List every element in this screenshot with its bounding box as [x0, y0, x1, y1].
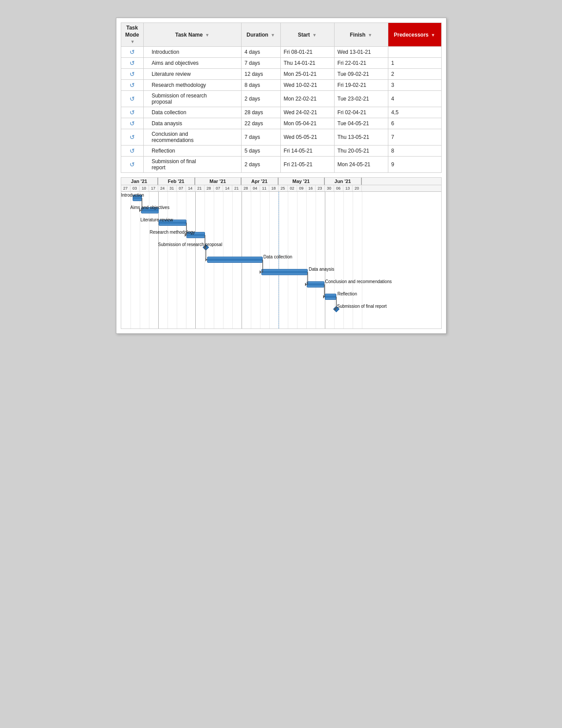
- gantt-bar: [307, 281, 324, 287]
- gantt-week-label: 14: [186, 185, 195, 191]
- task-mode-icon: ↺: [130, 109, 135, 116]
- col-pred-sort[interactable]: ▼: [431, 33, 435, 37]
- task-name-cell: Research methodology: [143, 80, 241, 91]
- task-pred-cell: 9: [388, 157, 441, 173]
- gantt-grid-line: [186, 192, 186, 329]
- task-pred-cell: 4: [388, 91, 441, 107]
- task-start-cell: Wed 10-02-21: [280, 80, 334, 91]
- col-fin-label: Finish: [350, 32, 365, 38]
- task-mode-icon: ↺: [130, 134, 135, 141]
- task-mode-cell: ↺: [121, 47, 143, 58]
- gantt-bar-label: Literature review: [141, 217, 173, 222]
- task-mode-cell: ↺: [121, 58, 143, 69]
- gantt-week-label: 14: [223, 185, 232, 191]
- task-pred-cell: 4,5: [388, 107, 441, 118]
- col-header-mode[interactable]: Task Mode ▼: [121, 23, 143, 47]
- task-start-cell: Fri 14-05-21: [280, 146, 334, 157]
- task-name-cell: Submission of final report: [143, 157, 241, 173]
- gantt-week-label: 03: [130, 185, 140, 191]
- task-pred-cell: 8: [388, 146, 441, 157]
- col-header-duration[interactable]: Duration ▼: [241, 23, 280, 47]
- task-duration-cell: 12 days: [241, 69, 280, 80]
- task-mode-icon: ↺: [130, 60, 135, 67]
- task-mode-cell: ↺: [121, 157, 143, 173]
- task-duration-cell: 7 days: [241, 58, 280, 69]
- table-row: ↺Research methodology8 daysWed 10-02-21F…: [121, 80, 441, 91]
- task-duration-cell: 7 days: [241, 129, 280, 146]
- col-start-label: Start: [298, 32, 310, 38]
- task-mode-icon: ↺: [130, 82, 135, 89]
- task-pred-cell: [388, 47, 441, 58]
- task-name-cell: Aims and objectives: [143, 58, 241, 69]
- col-header-pred[interactable]: Predecessors ▼: [388, 23, 441, 47]
- task-name-cell: Literature review: [143, 69, 241, 80]
- col-header-name[interactable]: Task Name ▼: [143, 23, 241, 47]
- task-finish-cell: Mon 24-05-21: [334, 157, 388, 173]
- task-start-cell: Mon 25-01-21: [280, 69, 334, 80]
- gantt-bar: [207, 257, 263, 263]
- col-fin-sort[interactable]: ▼: [368, 33, 372, 37]
- task-duration-cell: 22 days: [241, 118, 280, 129]
- gantt-bar-label: Aims and objectives: [130, 205, 170, 210]
- gantt-bar-label: Submission of final report: [337, 304, 387, 309]
- gantt-grid-line: [306, 192, 307, 329]
- gantt-bar: [261, 269, 308, 275]
- task-finish-cell: Fri 22-01-21: [334, 58, 388, 69]
- task-start-cell: Fri 08-01-21: [280, 47, 334, 58]
- task-pred-cell: 2: [388, 69, 441, 80]
- gantt-grid-line: [288, 192, 288, 329]
- gantt-week-label: 31: [167, 185, 177, 191]
- task-mode-icon: ↺: [130, 120, 135, 127]
- gantt-week-label: 07: [177, 185, 186, 191]
- task-finish-cell: Tue 23-02-21: [334, 91, 388, 107]
- task-mode-cell: ↺: [121, 118, 143, 129]
- table-row: ↺Submission of research proposal2 daysMo…: [121, 91, 441, 107]
- gantt-week-label: 24: [158, 185, 167, 191]
- gantt-week-label: 23: [316, 185, 325, 191]
- gantt-chart: Jan '21Feb '21Mar '21Apr '21May '21Jun '…: [121, 177, 442, 329]
- col-start-sort[interactable]: ▼: [312, 33, 316, 37]
- gantt-week-label: 17: [149, 185, 158, 191]
- col-header-finish[interactable]: Finish ▼: [334, 23, 388, 47]
- col-pred-label: Predecessors: [394, 32, 429, 38]
- task-mode-cell: ↺: [121, 91, 143, 107]
- col-dur-label: Duration: [246, 32, 268, 38]
- gantt-week-label: 20: [353, 185, 362, 191]
- gantt-bar-label: Data anaysis: [309, 267, 335, 272]
- gantt-grid-line: [140, 192, 140, 329]
- gantt-week-label: 10: [140, 185, 149, 191]
- task-pred-cell: 1: [388, 58, 441, 69]
- gantt-header: Jan '21Feb '21Mar '21Apr '21May '21Jun '…: [121, 178, 441, 192]
- gantt-week-label: 30: [325, 185, 334, 191]
- task-finish-cell: Fri 19-02-21: [334, 80, 388, 91]
- gantt-week-label: 09: [297, 185, 306, 191]
- task-finish-cell: Tue 09-02-21: [334, 69, 388, 80]
- table-row: ↺Data collection28 daysWed 24-02-21Fri 0…: [121, 107, 441, 118]
- table-row: ↺Conclusion and recommendations7 daysWed…: [121, 129, 441, 146]
- col-dur-sort[interactable]: ▼: [271, 33, 275, 37]
- task-duration-cell: 2 days: [241, 91, 280, 107]
- task-duration-cell: 5 days: [241, 146, 280, 157]
- gantt-grid-line: [269, 192, 270, 329]
- gantt-week-label: 18: [269, 185, 279, 191]
- task-start-cell: Fri 21-05-21: [280, 157, 334, 173]
- gantt-bar-label: Research methodology: [150, 230, 195, 235]
- col-name-sort[interactable]: ▼: [205, 33, 209, 37]
- task-mode-cell: ↺: [121, 129, 143, 146]
- col-mode-sort[interactable]: ▼: [130, 39, 135, 44]
- col-header-start[interactable]: Start ▼: [280, 23, 334, 47]
- task-mode-icon: ↺: [130, 49, 135, 56]
- task-mode-icon: ↺: [130, 147, 135, 154]
- gantt-body: IntroductionAims and objectivesLiteratur…: [121, 192, 441, 329]
- table-row: ↺Introduction4 daysFri 08-01-21Wed 13-01…: [121, 47, 441, 58]
- task-name-cell: Introduction: [143, 47, 241, 58]
- task-name-cell: Submission of research proposal: [143, 91, 241, 107]
- task-finish-cell: Tue 04-05-21: [334, 118, 388, 129]
- task-duration-cell: 8 days: [241, 80, 280, 91]
- task-start-cell: Wed 05-05-21: [280, 129, 334, 146]
- table-row: ↺Submission of final report2 daysFri 21-…: [121, 157, 441, 173]
- table-row: ↺Aims and objectives7 daysThu 14-01-21Fr…: [121, 58, 441, 69]
- task-mode-cell: ↺: [121, 69, 143, 80]
- col-name-label: Task Name: [175, 32, 202, 38]
- gantt-week-label: 13: [343, 185, 353, 191]
